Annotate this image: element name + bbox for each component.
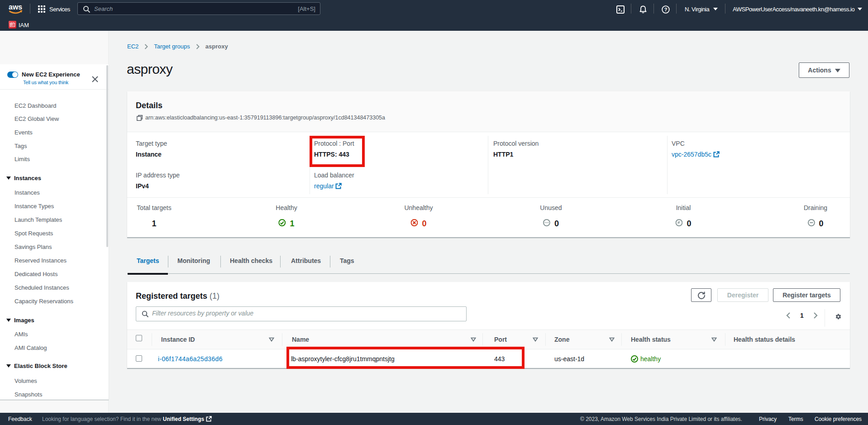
svg-text:aws: aws [9,3,22,11]
svg-text:?: ? [664,7,668,12]
